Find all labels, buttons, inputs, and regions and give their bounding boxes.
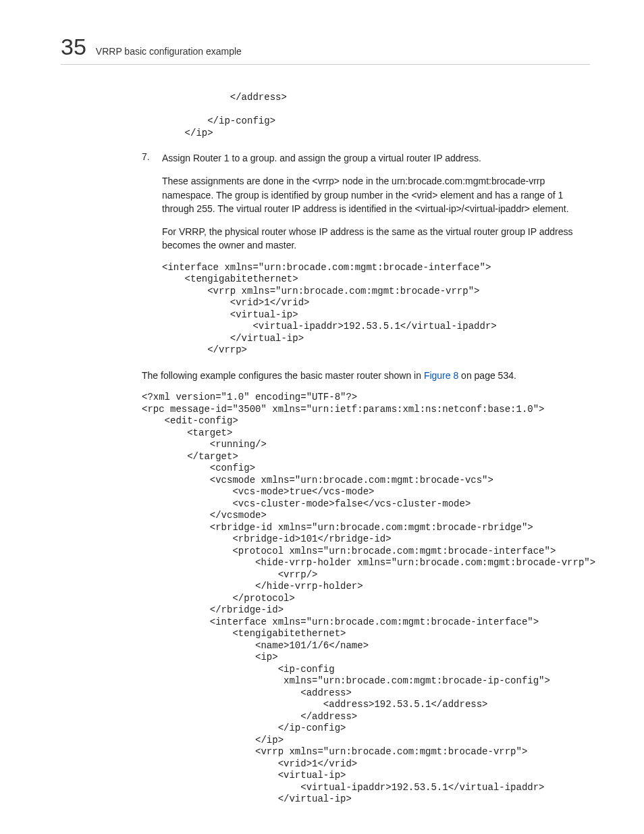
step-7: 7. Assign Router 1 to a group. and assig… bbox=[162, 151, 590, 165]
code-block-bottom: <?xml version="1.0" encoding="UTF-8"?> <… bbox=[142, 392, 590, 806]
body-content: </address> </ip-config> </ip> 7. Assign … bbox=[61, 92, 590, 806]
section-title: VRRP basic configuration example bbox=[96, 46, 242, 57]
step-number: 7. bbox=[142, 151, 162, 162]
code-block-top: </address> </ip-config> </ip> bbox=[162, 92, 590, 139]
paragraph-3: The following example configures the bas… bbox=[142, 369, 590, 382]
chapter-number: 35 bbox=[61, 34, 86, 60]
page-header: 35 VRRP basic configuration example bbox=[61, 34, 590, 65]
figure-8-link[interactable]: Figure 8 bbox=[424, 370, 458, 381]
step-text: Assign Router 1 to a group. and assign t… bbox=[162, 151, 481, 165]
code-block-mid: <interface xmlns="urn:brocade.com:mgmt:b… bbox=[162, 262, 590, 357]
para3-pre: The following example configures the bas… bbox=[142, 370, 424, 381]
paragraph-2: For VRRP, the physical router whose IP a… bbox=[162, 225, 590, 253]
paragraph-1: These assignments are done in the <vrrp>… bbox=[162, 174, 590, 215]
para3-post: on page 534. bbox=[458, 370, 516, 381]
page-container: 35 VRRP basic configuration example </ad… bbox=[0, 0, 644, 834]
